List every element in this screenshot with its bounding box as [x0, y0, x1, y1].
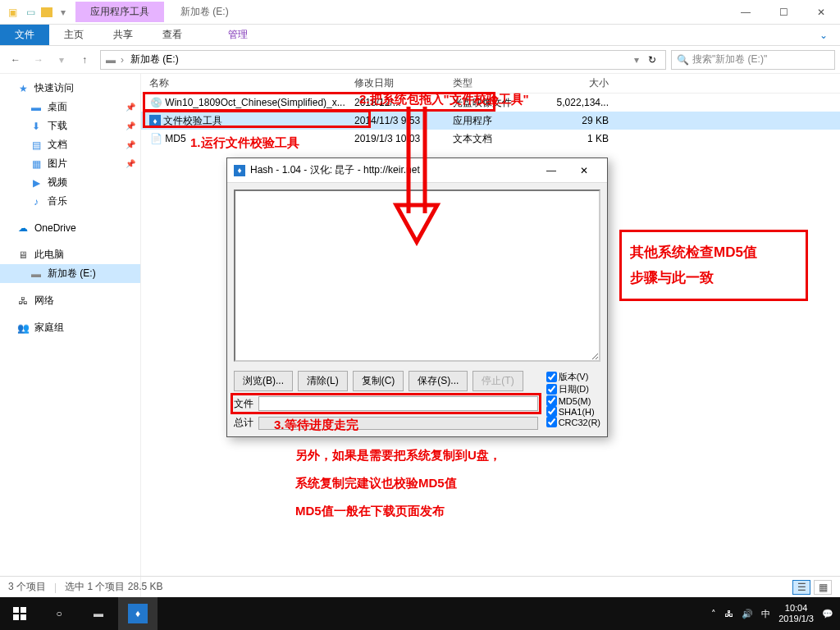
taskbar-clock[interactable]: 10:04 2019/1/3	[778, 603, 814, 624]
tray-ime[interactable]: 中	[761, 608, 770, 620]
taskbar-hash-app[interactable]: ♦	[118, 597, 158, 630]
taskbar: ○ ▬ ♦ ˄ 🖧 🔊 中 10:04 2019/1/3 💬	[0, 597, 840, 630]
hash-options: 版本(V) 日期(D) MD5(M) SHA1(H) CRC32(R)	[546, 371, 600, 427]
desktop-icon: ▬	[30, 101, 43, 114]
address-dropdown-icon[interactable]: ▾	[634, 54, 639, 66]
start-button[interactable]	[0, 597, 39, 630]
view-icons-button[interactable]: ▦	[814, 580, 832, 595]
tab-view[interactable]: 查看	[148, 25, 197, 45]
file-row[interactable]: ♦ 文件校验工具 2014/11/3 9:53 应用程序 29 KB	[141, 112, 840, 130]
window-controls: — ☐ ✕	[727, 0, 840, 25]
pin-icon: 📌	[126, 140, 135, 149]
forward-button: →	[28, 49, 49, 71]
cloud-icon: ☁	[16, 221, 30, 235]
up-button[interactable]: ↑	[74, 49, 95, 71]
properties-icon[interactable]: ▭	[23, 5, 38, 20]
hash-titlebar[interactable]: ♦ Hash - 1.04 - 汉化: 昆子 - http://keir.net…	[227, 158, 607, 183]
browse-button[interactable]: 浏览(B)...	[234, 371, 293, 391]
file-name: 文件校验工具	[163, 115, 222, 126]
file-field	[258, 396, 538, 411]
pin-icon: 📌	[126, 121, 135, 130]
tray-network-icon[interactable]: 🖧	[724, 609, 733, 619]
address-segment[interactable]: 新加卷 (E:)	[127, 52, 182, 66]
back-button[interactable]: ←	[5, 49, 26, 71]
tab-manage[interactable]: 管理	[213, 25, 262, 45]
col-name[interactable]: 名称	[141, 76, 354, 90]
check-sha1[interactable]: SHA1(H)	[546, 406, 600, 417]
sidebar-videos[interactable]: ▶视频	[0, 173, 140, 192]
video-icon: ▶	[30, 176, 43, 189]
drive-icon: ▬	[104, 53, 117, 66]
sidebar-label: 视频	[48, 176, 67, 189]
refresh-button[interactable]: ↻	[642, 54, 662, 66]
sidebar-network[interactable]: 🖧网络	[0, 291, 140, 310]
col-size[interactable]: 大小	[551, 76, 617, 90]
view-details-button[interactable]: ☰	[792, 580, 810, 595]
status-item-count: 3 个项目	[8, 580, 46, 594]
history-dropdown[interactable]: ▾	[51, 49, 72, 71]
sidebar-volume-e[interactable]: ▬新加卷 (E:)	[0, 264, 140, 283]
clear-button[interactable]: 清除(L)	[298, 371, 348, 391]
hash-dialog: ♦ Hash - 1.04 - 汉化: 昆子 - http://keir.net…	[226, 158, 608, 437]
network-icon: 🖧	[16, 294, 30, 308]
status-bar: 3 个项目 | 选中 1 个项目 28.5 KB ☰ ▦	[0, 576, 840, 597]
file-name: Win10_1809Oct_Chinese(Simplified)_x...	[165, 97, 345, 108]
check-md5[interactable]: MD5(M)	[546, 395, 600, 406]
hash-app-icon: ♦	[234, 165, 245, 176]
address-chevron-icon[interactable]: ›	[121, 54, 124, 66]
check-date[interactable]: 日期(D)	[546, 383, 600, 395]
col-type[interactable]: 类型	[453, 76, 551, 90]
cortana-button[interactable]: ○	[39, 597, 79, 630]
sidebar-pictures[interactable]: ▦图片📌	[0, 154, 140, 173]
window-title: 新加卷 (E:)	[164, 5, 727, 19]
svg-rect-6	[21, 614, 26, 620]
total-label: 总计	[234, 416, 253, 430]
file-date: 2014/11/3 9:53	[354, 115, 453, 126]
clock-date: 2019/1/3	[778, 614, 814, 624]
minimize-button[interactable]: —	[727, 0, 765, 25]
col-date[interactable]: 修改日期	[354, 76, 453, 90]
sidebar-homegroup[interactable]: 👥家庭组	[0, 318, 140, 337]
hash-output-textarea[interactable]	[234, 189, 600, 362]
status-selection: 选中 1 个项目 28.5 KB	[65, 580, 162, 594]
search-icon: 🔍	[677, 54, 689, 66]
check-crc32[interactable]: CRC32(R)	[546, 417, 600, 427]
sidebar-downloads[interactable]: ⬇下载📌	[0, 116, 140, 135]
maximize-button[interactable]: ☐	[765, 0, 802, 25]
qat-dropdown-icon[interactable]: ▾	[56, 5, 71, 20]
tab-share[interactable]: 共享	[98, 25, 148, 45]
sidebar-label: 图片	[48, 157, 67, 171]
tray-up-icon[interactable]: ˄	[711, 609, 716, 619]
tray-volume-icon[interactable]: 🔊	[742, 609, 753, 619]
file-name: MD5	[165, 133, 185, 144]
file-date: 2019/1/3 10:03	[354, 133, 453, 144]
tab-home[interactable]: 主页	[49, 25, 98, 45]
sidebar-quick-access[interactable]: ★快速访问	[0, 79, 140, 98]
hash-close-button[interactable]: ✕	[568, 165, 600, 176]
sidebar-thispc[interactable]: 🖥此电脑	[0, 245, 140, 264]
search-placeholder: 搜索"新加卷 (E:)"	[692, 52, 767, 66]
file-row[interactable]: 💿 Win10_1809Oct_Chinese(Simplified)_x...…	[141, 94, 840, 112]
svg-rect-3	[13, 607, 19, 613]
stop-button: 停止(T)	[472, 371, 523, 391]
file-type: 光盘映像文件	[453, 96, 551, 110]
save-button[interactable]: 保存(S)...	[409, 371, 468, 391]
hash-minimize-button[interactable]: —	[535, 165, 568, 176]
sidebar-onedrive[interactable]: ☁OneDrive	[0, 219, 140, 237]
sidebar-music[interactable]: ♪音乐	[0, 192, 140, 211]
new-folder-icon[interactable]	[41, 7, 52, 17]
close-button[interactable]: ✕	[802, 0, 840, 25]
sidebar-label: 网络	[34, 294, 54, 308]
taskbar-explorer[interactable]: ▬	[79, 597, 118, 630]
search-input[interactable]: 🔍 搜索"新加卷 (E:)"	[671, 50, 835, 70]
sidebar-documents[interactable]: ▤文档📌	[0, 135, 140, 154]
ribbon-expand-icon[interactable]: ⌄	[807, 25, 840, 45]
notifications-icon[interactable]: 💬	[822, 609, 833, 619]
drive-icon: ▬	[30, 267, 43, 281]
address-bar[interactable]: ▬ › 新加卷 (E:) ▾ ↻	[100, 50, 666, 70]
sidebar-desktop[interactable]: ▬桌面📌	[0, 98, 140, 116]
check-version[interactable]: 版本(V)	[546, 371, 600, 383]
copy-button[interactable]: 复制(C)	[353, 371, 404, 391]
file-row[interactable]: 📄 MD5 2019/1/3 10:03 文本文档 1 KB	[141, 130, 840, 148]
tab-file[interactable]: 文件	[0, 25, 49, 45]
